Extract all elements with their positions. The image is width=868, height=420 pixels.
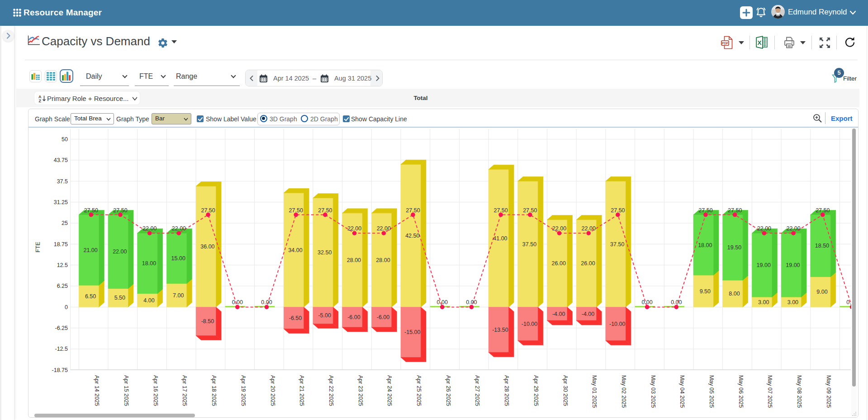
svg-text:27.50: 27.50 [201, 207, 215, 214]
svg-text:Apr 25 2025: Apr 25 2025 [416, 375, 422, 406]
svg-text:41.00: 41.00 [493, 235, 507, 242]
svg-text:0.00: 0.00 [466, 299, 477, 305]
svg-text:9.50: 9.50 [700, 288, 711, 295]
svg-text:0: 0 [65, 304, 68, 310]
svg-text:Apr 29 2025: Apr 29 2025 [533, 375, 539, 406]
svg-text:Apr 18 2025: Apr 18 2025 [211, 375, 217, 406]
svg-text:27.50: 27.50 [698, 207, 712, 214]
svg-text:27.50: 27.50 [523, 207, 537, 214]
svg-text:42.50: 42.50 [405, 233, 419, 239]
svg-text:Apr 24 2025: Apr 24 2025 [386, 375, 393, 406]
svg-text:28.00: 28.00 [347, 257, 361, 263]
svg-text:22.00: 22.00 [172, 225, 186, 232]
svg-text:6.50: 6.50 [85, 293, 96, 300]
svg-text:Apr 17 2025: Apr 17 2025 [181, 375, 188, 406]
svg-text:27.50: 27.50 [406, 207, 420, 214]
svg-text:43.75: 43.75 [54, 157, 68, 163]
svg-text:7.00: 7.00 [173, 292, 184, 299]
svg-text:22.00: 22.00 [347, 225, 361, 232]
svg-text:37.50: 37.50 [522, 241, 536, 248]
svg-text:5.50: 5.50 [114, 295, 125, 301]
svg-text:9.00: 9.00 [816, 289, 827, 295]
svg-text:27.50: 27.50 [289, 207, 303, 214]
svg-text:22.00: 22.00 [552, 225, 566, 232]
svg-text:-6.00: -6.00 [377, 314, 390, 320]
svg-text:PDF: PDF [722, 42, 729, 45]
svg-text:FTE: FTE [35, 242, 41, 253]
svg-text:X: X [757, 39, 761, 46]
svg-text:19.50: 19.50 [727, 244, 741, 251]
svg-text:Apr 16 2025: Apr 16 2025 [152, 375, 159, 406]
svg-text:18.00: 18.00 [142, 260, 156, 267]
svg-text:0.00: 0.00 [232, 299, 243, 305]
svg-text:-6.25: -6.25 [55, 325, 68, 331]
svg-text:May 07 2025: May 07 2025 [767, 375, 773, 408]
svg-text:Apr 28 2025: Apr 28 2025 [503, 375, 510, 406]
svg-text:3.00: 3.00 [787, 299, 798, 305]
svg-text:A: A [38, 95, 42, 99]
svg-text:18.50: 18.50 [815, 243, 829, 249]
svg-text:3.00: 3.00 [758, 299, 769, 305]
svg-text:-18.75: -18.75 [52, 367, 68, 373]
svg-text:36.00: 36.00 [200, 243, 214, 250]
svg-text:37.50: 37.50 [610, 241, 624, 248]
svg-text:Apr 26 2025: Apr 26 2025 [445, 375, 451, 406]
svg-text:-4.00: -4.00 [582, 311, 595, 317]
svg-text:19.00: 19.00 [786, 262, 800, 268]
svg-text:-10.00: -10.00 [522, 321, 537, 327]
svg-text:26.00: 26.00 [581, 260, 595, 267]
svg-text:27.50: 27.50 [728, 207, 742, 214]
svg-text:-13.50: -13.50 [492, 327, 508, 333]
svg-text:50: 50 [62, 136, 68, 143]
svg-text:27.50: 27.50 [611, 207, 625, 214]
svg-text:34.00: 34.00 [288, 247, 302, 253]
svg-text:Apr 15 2025: Apr 15 2025 [123, 375, 129, 406]
svg-text:22.00: 22.00 [786, 225, 800, 232]
svg-text:Apr 23 2025: Apr 23 2025 [357, 375, 364, 406]
svg-text:22.00: 22.00 [757, 225, 771, 232]
svg-text:May 05 2025: May 05 2025 [708, 375, 715, 408]
svg-text:0.00: 0.00 [261, 299, 272, 305]
svg-text:26.00: 26.00 [552, 260, 566, 267]
svg-text:0.00: 0.00 [437, 299, 448, 305]
svg-text:18.00: 18.00 [698, 242, 712, 248]
svg-text:Apr 30 2025: Apr 30 2025 [562, 375, 569, 406]
svg-text:4.00: 4.00 [143, 297, 154, 304]
svg-text:May 03 2025: May 03 2025 [650, 375, 656, 408]
svg-text:27.50: 27.50 [493, 207, 508, 214]
svg-text:27.50: 27.50 [816, 207, 830, 214]
svg-text:25: 25 [62, 220, 68, 226]
svg-text:22.00: 22.00 [113, 248, 127, 255]
svg-text:37.5: 37.5 [57, 178, 68, 185]
svg-text:May 02 2025: May 02 2025 [621, 375, 627, 408]
svg-text:Apr 19 2025: Apr 19 2025 [240, 375, 247, 406]
svg-text:-6.50: -6.50 [289, 315, 302, 321]
svg-text:21.00: 21.00 [83, 247, 97, 253]
svg-text:Apr 14 2025: Apr 14 2025 [94, 375, 100, 406]
svg-text:0.00: 0.00 [641, 299, 652, 305]
svg-text:27.50: 27.50 [318, 207, 332, 214]
svg-text:May 04 2025: May 04 2025 [679, 375, 685, 408]
svg-text:May 08 2025: May 08 2025 [796, 375, 802, 408]
svg-text:8.00: 8.00 [729, 291, 740, 297]
svg-text:Apr 22 2025: Apr 22 2025 [328, 375, 334, 406]
svg-text:19.00: 19.00 [757, 262, 771, 268]
svg-text:22.00: 22.00 [142, 225, 157, 232]
svg-text:-10.00: -10.00 [609, 321, 625, 327]
svg-text:22.00: 22.00 [377, 225, 391, 232]
svg-text:-6.00: -6.00 [347, 314, 360, 320]
svg-text:6.25: 6.25 [57, 283, 68, 289]
svg-text:0.00: 0.00 [671, 299, 682, 305]
svg-text:12.5: 12.5 [57, 262, 68, 268]
svg-text:32.50: 32.50 [318, 249, 332, 256]
svg-text:Apr 20 2025: Apr 20 2025 [270, 375, 276, 406]
svg-text:15.00: 15.00 [171, 255, 185, 262]
svg-text:-5.00: -5.00 [318, 312, 331, 319]
svg-text:28.00: 28.00 [376, 257, 390, 263]
svg-text:27.50: 27.50 [84, 207, 98, 214]
svg-text:May 06 2025: May 06 2025 [738, 375, 744, 408]
svg-text:-15.00: -15.00 [404, 329, 420, 335]
svg-text:18.75: 18.75 [54, 241, 68, 248]
svg-text:-4.00: -4.00 [552, 311, 565, 317]
svg-text:Z: Z [39, 99, 42, 103]
